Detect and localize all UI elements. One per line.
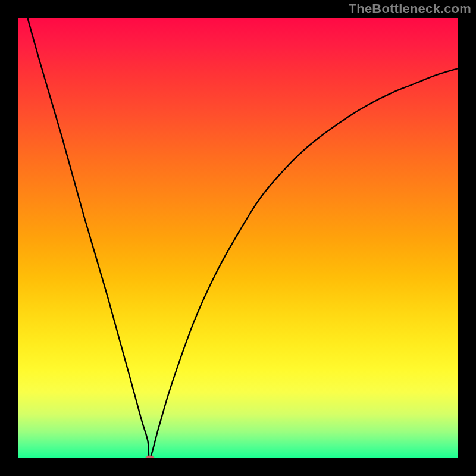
chart-frame: TheBottleneck.com <box>0 0 476 476</box>
plot-area <box>18 18 458 458</box>
curve-svg <box>18 18 458 458</box>
optimum-marker <box>146 456 154 459</box>
bottleneck-curve <box>18 18 458 458</box>
watermark-text: TheBottleneck.com <box>349 1 471 17</box>
